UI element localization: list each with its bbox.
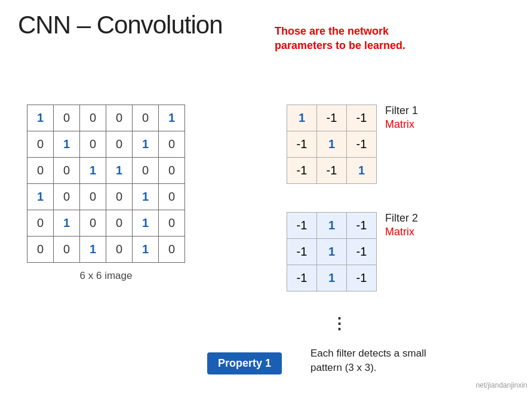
image-cell: 0 bbox=[27, 210, 54, 237]
image-cell: 0 bbox=[54, 184, 80, 210]
filter2-cell: 1 bbox=[317, 213, 347, 239]
image-cell: 1 bbox=[133, 210, 159, 237]
image-cell: 0 bbox=[159, 210, 185, 237]
image-cell: 1 bbox=[133, 131, 159, 158]
image-cell: 0 bbox=[54, 237, 80, 263]
image-cell: 1 bbox=[133, 237, 159, 263]
property-badge: Property 1 bbox=[207, 352, 282, 374]
filter2-cell: -1 bbox=[287, 265, 317, 291]
filter1-cell: 1 bbox=[347, 158, 377, 184]
filter2-container: -11-1-11-1-11-1 bbox=[287, 212, 377, 291]
filter2-cell: -1 bbox=[287, 213, 317, 239]
image-cell: 0 bbox=[106, 237, 133, 263]
network-params-note: Those are the networkparameters to be le… bbox=[275, 24, 405, 53]
filter1-cell: 1 bbox=[317, 131, 347, 158]
filter2-cell: -1 bbox=[347, 239, 377, 265]
image-cell: 0 bbox=[80, 131, 106, 158]
filter1-cell: -1 bbox=[287, 158, 317, 184]
filter1-subtitle: Matrix bbox=[385, 118, 418, 131]
image-matrix-container: 100001010010001100100010010010001010 6 x… bbox=[27, 105, 185, 282]
image-cell: 0 bbox=[106, 131, 133, 158]
image-cell: 0 bbox=[159, 131, 185, 158]
image-cell: 1 bbox=[27, 184, 54, 210]
image-cell: 0 bbox=[80, 105, 106, 131]
image-cell: 0 bbox=[27, 237, 54, 263]
image-cell: 1 bbox=[80, 158, 106, 184]
image-cell: 1 bbox=[133, 184, 159, 210]
page-title: CNN – Convolution bbox=[18, 11, 223, 39]
image-cell: 0 bbox=[159, 237, 185, 263]
image-cell: 0 bbox=[133, 105, 159, 131]
image-label: 6 x 6 image bbox=[27, 270, 185, 282]
filter2-label: Filter 2 Matrix bbox=[385, 212, 418, 238]
watermark: net/jiandanjinxin bbox=[476, 381, 527, 389]
image-cell: 0 bbox=[159, 184, 185, 210]
filter2-cell: -1 bbox=[347, 265, 377, 291]
image-cell: 1 bbox=[54, 210, 80, 237]
image-cell: 0 bbox=[80, 184, 106, 210]
filter1-cell: -1 bbox=[317, 158, 347, 184]
filter2-subtitle: Matrix bbox=[385, 226, 418, 238]
image-cell: 0 bbox=[54, 158, 80, 184]
filter2-matrix: -11-1-11-1-11-1 bbox=[287, 212, 377, 291]
image-cell: 0 bbox=[133, 158, 159, 184]
filter2-cell: -1 bbox=[347, 213, 377, 239]
image-cell: 1 bbox=[80, 237, 106, 263]
image-cell: 0 bbox=[159, 158, 185, 184]
image-cell: 0 bbox=[27, 158, 54, 184]
image-cell: 0 bbox=[27, 131, 54, 158]
filter1-title: Filter 1 bbox=[385, 105, 418, 117]
filter1-cell: -1 bbox=[317, 105, 347, 131]
image-cell: 1 bbox=[54, 131, 80, 158]
continuation-dots: ⋮ bbox=[331, 315, 348, 333]
image-cell: 1 bbox=[159, 105, 185, 131]
filter1-container: 1-1-1-11-1-1-11 bbox=[287, 105, 377, 184]
image-matrix: 100001010010001100100010010010001010 bbox=[27, 105, 185, 263]
image-cell: 0 bbox=[106, 105, 133, 131]
filter1-cell: -1 bbox=[347, 105, 377, 131]
image-cell: 0 bbox=[106, 210, 133, 237]
image-cell: 1 bbox=[27, 105, 54, 131]
filter2-title: Filter 2 bbox=[385, 212, 418, 225]
image-cell: 0 bbox=[106, 184, 133, 210]
filter1-cell: -1 bbox=[287, 131, 317, 158]
filter1-cell: -1 bbox=[347, 131, 377, 158]
filter2-cell: 1 bbox=[317, 239, 347, 265]
filter1-matrix: 1-1-1-11-1-1-11 bbox=[287, 105, 377, 184]
filter2-cell: 1 bbox=[317, 265, 347, 291]
image-cell: 1 bbox=[106, 158, 133, 184]
filter2-cell: -1 bbox=[287, 239, 317, 265]
filter1-label: Filter 1 Matrix bbox=[385, 105, 418, 131]
image-cell: 0 bbox=[54, 105, 80, 131]
filter-description: Each filter detects a smallpattern (3 x … bbox=[310, 346, 426, 375]
image-cell: 0 bbox=[80, 210, 106, 237]
filter1-cell: 1 bbox=[287, 105, 317, 131]
